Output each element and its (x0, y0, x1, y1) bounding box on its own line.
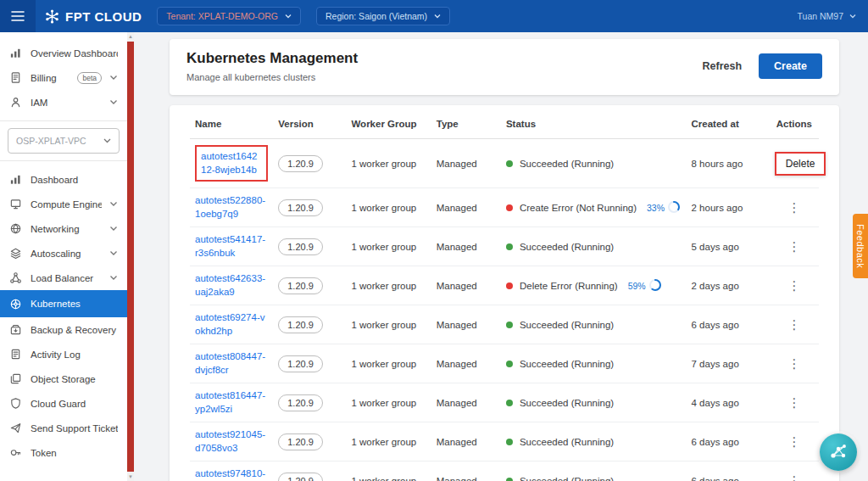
cell-type: Managed (431, 139, 501, 188)
sidebar-item-kubernetes[interactable]: Kubernetes (0, 290, 127, 317)
row-kebab-menu-icon[interactable]: ⋮ (782, 238, 805, 254)
status-text: Succeeded (Running) (520, 242, 614, 252)
cell-type: Managed (431, 461, 501, 481)
cluster-name-link[interactable]: autotest522880-1oebg7q9 (195, 194, 268, 221)
chevron-down-icon (109, 99, 118, 105)
delete-menu-item[interactable]: Delete (775, 152, 826, 176)
status-dot (506, 243, 513, 250)
vpc-select[interactable]: OSP-XPLAT-VPC (8, 128, 120, 154)
billing-icon (9, 71, 23, 85)
status-dot (506, 282, 513, 289)
status-text: Delete Error (Running) (520, 281, 618, 291)
ai-assistant-button[interactable] (820, 433, 857, 471)
cell-version: 1.20.9 (273, 227, 346, 266)
sidebar-item-object-storage[interactable]: Object Storage (0, 366, 127, 391)
cell-status: Succeeded (Running) (501, 422, 687, 461)
sidebar-item-compute-engine[interactable]: Compute Engine (0, 192, 127, 216)
cluster-name-link[interactable]: autotest808447-dvjcf8cr (195, 350, 268, 377)
cluster-name-link[interactable]: autotest816447-yp2wl5zi (195, 389, 268, 416)
scrollbar-thumb[interactable] (127, 42, 134, 472)
user-menu[interactable]: Tuan NM97 (798, 11, 856, 21)
refresh-button[interactable]: Refresh (699, 55, 746, 77)
status-dot (506, 439, 513, 445)
cell-worker-group: 1 worker group (346, 139, 431, 188)
status-text: Succeeded (Running) (520, 159, 614, 169)
clusters-table: NameVersionWorker GroupTypeStatusCreated… (190, 107, 819, 481)
cell-actions: ⋮ (770, 344, 819, 383)
cluster-name-link[interactable]: autotest541417-r3s6nbuk (195, 233, 268, 260)
version-chip: 1.20.9 (278, 238, 323, 255)
row-kebab-menu-icon[interactable]: ⋮ (782, 394, 805, 411)
sidebar-item-label: Dashboard (31, 175, 118, 185)
version-chip: 1.20.9 (278, 316, 323, 333)
cluster-name-link[interactable]: autotest921045-d7058vo3 (195, 428, 268, 455)
column-header-name: Name (190, 107, 273, 139)
sidebar-item-activity-log[interactable]: Activity Log (0, 342, 127, 366)
hamburger-menu-icon[interactable] (0, 0, 36, 32)
cell-created-at: 5 days ago (687, 227, 770, 266)
scrollbar-down-arrow-icon[interactable]: ▼ (127, 473, 134, 481)
cell-name: autotest921045-d7058vo3 (190, 422, 273, 461)
cluster-name-link[interactable]: autotest974810-v8do8up6 (195, 467, 268, 481)
cell-type: Managed (431, 188, 501, 227)
page-subtitle: Manage all kubernetes clusters (186, 72, 358, 82)
cell-type: Managed (431, 227, 501, 266)
cell-name: autotest642633-uaj2aka9 (190, 266, 273, 305)
column-header-actions: Actions (770, 107, 819, 139)
create-button[interactable]: Create (759, 53, 822, 79)
sidebar-item-iam[interactable]: IAM (0, 90, 127, 115)
cell-version: 1.20.9 (273, 461, 346, 481)
cell-actions: ⋮ (770, 227, 819, 266)
kubernetes-icon (9, 297, 23, 310)
sidebar-item-backup-recovery[interactable]: Backup & Recovery (0, 317, 127, 342)
region-label: Region: Saigon (Vietnam) (326, 11, 427, 21)
backup-icon (9, 323, 23, 337)
cell-status: Succeeded (Running) (501, 227, 687, 266)
row-kebab-menu-icon[interactable]: ⋮ (782, 433, 805, 450)
status-text: Succeeded (Running) (520, 476, 614, 481)
cell-actions: ⋮ (770, 305, 819, 344)
table-row: autotest921045-d7058vo31.20.91 worker gr… (190, 422, 819, 461)
sidebar-item-label: Compute Engine (31, 199, 102, 210)
row-kebab-menu-icon[interactable]: ⋮ (782, 277, 805, 294)
sidebar-item-label: Token (31, 448, 118, 458)
sidebar-item-send-support-ticket[interactable]: Send Support Ticket (0, 416, 127, 440)
chevron-down-icon (103, 138, 111, 143)
scrollbar-up-arrow-icon[interactable]: ▲ (127, 32, 134, 41)
cell-actions: ⋮ (770, 188, 819, 227)
chevron-down-icon (849, 14, 856, 19)
column-header-created-at: Created at (687, 107, 770, 139)
cluster-name-link[interactable]: autotest69274-vokhd2hp (195, 311, 268, 338)
loadbalancer-icon (9, 271, 23, 285)
sidebar-item-overview-dashboard[interactable]: Overview Dashboard (0, 41, 127, 65)
row-kebab-menu-icon[interactable]: ⋮ (782, 473, 805, 481)
feedback-tab[interactable]: Feedback (853, 214, 868, 278)
sidebar-item-cloud-guard[interactable]: Cloud Guard (0, 391, 127, 416)
sidebar-item-token[interactable]: Token (0, 440, 127, 465)
sidebar-item-dashboard[interactable]: Dashboard (0, 167, 127, 192)
sidebar-item-billing[interactable]: Billingbeta (0, 65, 127, 90)
cluster-name-link[interactable]: autotest164212-8wjeb14b (195, 145, 268, 182)
sidebar-item-label: Kubernetes (31, 299, 118, 309)
status-text: Succeeded (Running) (520, 359, 614, 369)
chevron-down-icon (109, 226, 118, 232)
cluster-name-link[interactable]: autotest642633-uaj2aka9 (195, 272, 268, 299)
fpt-cloud-logo: FPT CLOUD (44, 8, 142, 25)
sidebar-item-autoscaling[interactable]: Autoscaling (0, 241, 127, 266)
tenant-dropdown[interactable]: Tenant: XPLAT-DEMO-ORG (157, 7, 301, 25)
sidebar-item-label: Autoscaling (31, 249, 102, 259)
sidebar-item-label: Load Balancer (31, 273, 102, 283)
status-dot (506, 361, 513, 367)
sidebar-scrollbar[interactable]: ▲ ▼ (127, 32, 134, 481)
region-dropdown[interactable]: Region: Saigon (Vietnam) (316, 7, 450, 25)
row-kebab-menu-icon[interactable]: ⋮ (782, 199, 805, 215)
column-header-version: Version (273, 107, 346, 139)
cell-worker-group: 1 worker group (346, 461, 431, 481)
row-kebab-menu-icon[interactable]: ⋮ (782, 355, 805, 372)
sidebar-item-networking[interactable]: Networking (0, 216, 127, 241)
activity-icon (9, 348, 23, 361)
row-kebab-menu-icon[interactable]: ⋮ (782, 316, 805, 333)
column-header-worker-group: Worker Group (346, 107, 431, 139)
sidebar-item-load-balancer[interactable]: Load Balancer (0, 266, 127, 290)
cell-name: autotest808447-dvjcf8cr (190, 344, 273, 383)
